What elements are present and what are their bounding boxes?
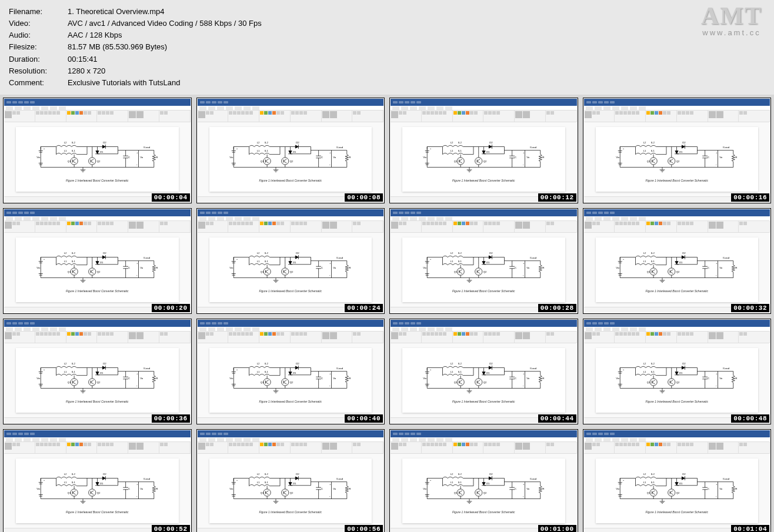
svg-marker-16 <box>96 150 99 153</box>
svg-text:Q1: Q1 <box>67 160 71 163</box>
svg-line-513 <box>72 380 75 382</box>
thumbnail: Vin L2 IL2 L1 IL1 D2 D1 Q1 Q2 C Vo R ILo… <box>583 98 772 203</box>
svg-text:R: R <box>349 377 351 380</box>
thumbnail: Vin L2 IL2 L1 IL1 D2 D1 Q1 Q2 C Vo R ILo… <box>196 98 385 203</box>
word-tabs <box>391 216 577 221</box>
svg-line-330 <box>266 269 269 272</box>
svg-text:ILoad: ILoad <box>530 146 536 149</box>
document-area: Vin L2 IL2 L1 IL1 D2 D1 Q1 Q2 C Vo R ILo… <box>198 343 384 417</box>
word-titlebar <box>4 209 191 216</box>
svg-text:Q1: Q1 <box>67 491 71 494</box>
svg-text:IL1: IL1 <box>265 260 269 263</box>
svg-text:D2: D2 <box>103 473 106 476</box>
svg-text:C: C <box>708 487 709 490</box>
svg-line-460 <box>670 272 673 274</box>
svg-text:-: - <box>716 163 717 166</box>
word-titlebar <box>584 430 770 437</box>
word-tabs <box>198 216 384 221</box>
svg-text:L2: L2 <box>643 473 646 476</box>
document-area: Vin L2 IL2 L1 IL1 D2 D1 Q1 Q2 C Vo R ILo… <box>584 122 770 196</box>
word-tabs <box>4 437 191 442</box>
word-ribbon <box>198 332 384 343</box>
svg-text:+: + <box>523 151 525 154</box>
figure-caption: Figure 1 Interleaved Boost Converter Sch… <box>66 510 129 514</box>
svg-text:C: C <box>128 377 130 380</box>
word-tabs <box>391 437 577 442</box>
svg-text:Q1: Q1 <box>453 491 457 494</box>
svg-text:R: R <box>735 487 737 490</box>
svg-text:L1: L1 <box>64 149 66 152</box>
svg-marker-77 <box>289 150 292 153</box>
svg-text:Q2: Q2 <box>290 491 293 494</box>
svg-text:D1: D1 <box>486 150 490 153</box>
svg-text:Vo: Vo <box>140 377 144 380</box>
circuit-diagram: Vin L2 IL2 L1 IL1 D2 D1 Q1 Q2 C Vo R ILo… <box>411 468 556 509</box>
svg-point-332 <box>282 268 289 275</box>
svg-text:D1: D1 <box>293 372 296 374</box>
figure-caption: Figure 1 Interleaved Boost Converter Sch… <box>66 179 129 182</box>
svg-text:L2: L2 <box>257 362 260 365</box>
word-ribbon <box>198 221 384 233</box>
svg-text:Q1: Q1 <box>647 491 650 494</box>
circuit-diagram: Vin L2 IL2 L1 IL1 D2 D1 Q1 Q2 C Vo R ILo… <box>604 357 749 399</box>
word-ribbon <box>4 111 191 122</box>
svg-text:+: + <box>136 262 138 265</box>
svg-text:+: + <box>623 368 625 371</box>
svg-marker-687 <box>675 372 678 374</box>
svg-line-32 <box>91 159 94 161</box>
svg-text:-: - <box>329 384 331 387</box>
svg-point-631 <box>457 379 464 386</box>
svg-line-636 <box>459 382 462 384</box>
svg-line-338 <box>283 272 286 274</box>
svg-text:D2: D2 <box>296 252 299 255</box>
svg-line-582 <box>283 382 286 384</box>
thumbnail: Vin L2 IL2 L1 IL1 D2 D1 Q1 Q2 C Vo R ILo… <box>196 429 385 532</box>
svg-text:D2: D2 <box>489 362 493 365</box>
svg-text:-: - <box>716 273 717 276</box>
svg-marker-317 <box>295 256 298 259</box>
info-header: Filename:1. Theoretical Overview.mp4 Vid… <box>0 0 774 95</box>
svg-text:R: R <box>156 487 158 490</box>
metadata-table: Filename:1. Theoretical Overview.mp4 Vid… <box>9 6 765 89</box>
svg-text:L1: L1 <box>643 481 646 484</box>
svg-text:+: + <box>136 372 138 375</box>
word-titlebar <box>584 320 770 327</box>
svg-text:L1: L1 <box>64 260 66 263</box>
svg-text:L1: L1 <box>450 481 453 484</box>
svg-text:Q1: Q1 <box>261 491 264 494</box>
svg-marker-870 <box>482 482 485 485</box>
svg-text:IL1: IL1 <box>71 370 75 373</box>
comment-label: Comment: <box>9 77 68 89</box>
svg-text:R: R <box>156 266 158 269</box>
svg-text:ILoad: ILoad <box>530 256 536 259</box>
word-tabs <box>584 106 770 111</box>
svg-marker-927 <box>682 477 685 480</box>
word-tabs <box>584 437 770 442</box>
svg-line-392 <box>459 272 462 274</box>
svg-text:D2: D2 <box>103 141 106 144</box>
svg-text:D2: D2 <box>103 252 106 255</box>
svg-text:R: R <box>349 487 351 490</box>
svg-marker-626 <box>482 372 485 374</box>
svg-text:Vo: Vo <box>333 487 336 490</box>
figure-caption: Figure 1 Interleaved Boost Converter Sch… <box>452 510 515 514</box>
svg-text:L2: L2 <box>643 141 646 144</box>
svg-text:Vin: Vin <box>229 487 233 490</box>
svg-text:Q2: Q2 <box>290 160 293 163</box>
svg-point-936 <box>650 489 657 496</box>
svg-text:Vo: Vo <box>526 266 530 269</box>
svg-text:L2: L2 <box>450 362 453 365</box>
svg-text:C: C <box>321 266 323 269</box>
svg-text:D2: D2 <box>682 252 686 255</box>
svg-line-825 <box>283 490 286 493</box>
document-area: Vin L2 IL2 L1 IL1 D2 D1 Q1 Q2 C Vo R ILo… <box>391 343 577 417</box>
svg-text:IL2: IL2 <box>651 473 655 476</box>
svg-text:D1: D1 <box>679 372 683 374</box>
svg-text:ILoad: ILoad <box>336 367 343 370</box>
svg-text:L2: L2 <box>64 252 66 255</box>
svg-text:+: + <box>136 483 138 486</box>
svg-text:L2: L2 <box>450 473 453 476</box>
svg-text:+: + <box>329 151 331 154</box>
timestamp-badge: 00:00:32 <box>731 304 769 312</box>
svg-text:ILoad: ILoad <box>336 146 343 149</box>
